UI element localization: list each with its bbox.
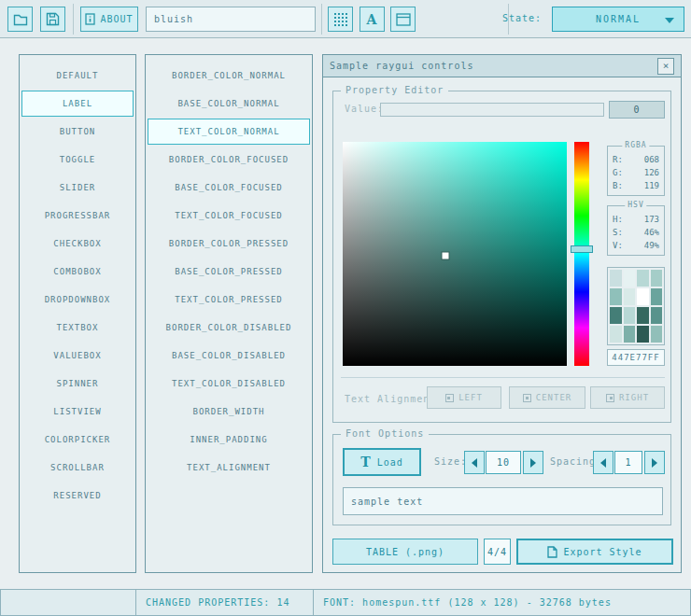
state-label: State: <box>502 13 542 23</box>
open-style-button[interactable] <box>7 7 33 32</box>
list-item-border_color_disabled[interactable]: BORDER_COLOR_DISABLED <box>148 315 310 341</box>
size-decrement-button[interactable] <box>464 451 485 474</box>
list-item-text_color_disabled[interactable]: TEXT_COLOR_DISABLED <box>148 371 310 397</box>
h-value: 173 <box>644 213 659 226</box>
value-box-text: 0 <box>633 105 640 115</box>
status-cell-empty <box>0 589 136 616</box>
list-item-combobox[interactable]: COMBOBOX <box>21 259 134 285</box>
font-options-group-label: Font Options <box>341 428 429 439</box>
list-item-base_color_disabled[interactable]: BASE_COLOR_DISABLED <box>148 343 310 369</box>
list-item-text_color_focused[interactable]: TEXT_COLOR_FOCUSED <box>148 203 310 229</box>
list-item-border_color_focused[interactable]: BORDER_COLOR_FOCUSED <box>148 147 310 173</box>
list-item-border_width[interactable]: BORDER_WIDTH <box>148 399 310 425</box>
about-button[interactable]: ABOUT <box>80 7 138 32</box>
close-icon[interactable]: × <box>657 58 674 75</box>
list-item-scrollbar[interactable]: SCROLLBAR <box>21 455 134 481</box>
hex-value-box[interactable]: 447E77FF <box>607 349 665 366</box>
list-item-border_color_pressed[interactable]: BORDER_COLOR_PRESSED <box>148 231 310 257</box>
color-swatch[interactable] <box>624 307 636 324</box>
color-swatch[interactable] <box>624 270 636 287</box>
color-swatch[interactable] <box>610 326 622 343</box>
list-item-label[interactable]: LABEL <box>21 91 134 117</box>
hue-bar[interactable] <box>574 142 589 366</box>
size-value-box[interactable]: 10 <box>486 451 521 474</box>
rgba-red-row: R: 068 <box>608 153 664 166</box>
list-item-base_color_normal[interactable]: BASE_COLOR_NORMAL <box>148 91 310 117</box>
s-label: S: <box>613 226 623 239</box>
style-window-button[interactable] <box>390 7 416 32</box>
list-item-dropdownbox[interactable]: DROPDOWNBOX <box>21 287 134 313</box>
list-item-valuebox[interactable]: VALUEBOX <box>21 343 134 369</box>
color-swatch[interactable] <box>651 270 663 287</box>
save-style-button[interactable] <box>40 7 65 32</box>
list-item-base_color_focused[interactable]: BASE_COLOR_FOCUSED <box>148 175 310 201</box>
color-gradient[interactable] <box>343 142 567 366</box>
rgba-panel: RGBA R: 068 G: 126 B: 119 <box>607 146 665 196</box>
spacing-value-box[interactable]: 1 <box>614 451 642 474</box>
rguistyler-app: ABOUT A State: NORMAL <box>0 0 691 616</box>
list-item-base_color_pressed[interactable]: BASE_COLOR_PRESSED <box>148 259 310 285</box>
style-table-button[interactable] <box>328 7 353 32</box>
align-left-button[interactable]: LEFT <box>427 386 501 409</box>
align-center-button[interactable]: CENTER <box>509 386 585 409</box>
color-swatch[interactable] <box>637 288 649 305</box>
list-item-text_color_pressed[interactable]: TEXT_COLOR_PRESSED <box>148 287 310 313</box>
size-increment-button[interactable] <box>523 451 543 474</box>
font-load-button[interactable]: T Load <box>343 448 421 476</box>
hue-slider-handle[interactable] <box>571 245 593 253</box>
spacing-decrement-button[interactable] <box>593 451 613 474</box>
v-value: 49% <box>644 239 659 252</box>
list-item-slider[interactable]: SLIDER <box>21 175 134 201</box>
color-swatch[interactable] <box>610 307 622 324</box>
chevron-left-icon <box>600 458 606 468</box>
list-item-border_color_normal[interactable]: BORDER_COLOR_NORMAL <box>148 63 310 89</box>
list-item-reserved[interactable]: RESERVED <box>21 483 134 509</box>
color-swatch[interactable] <box>610 270 622 287</box>
color-swatch[interactable] <box>624 326 636 343</box>
hsv-sat-row: S: 46% <box>608 226 664 239</box>
spacing-increment-button[interactable] <box>644 451 665 474</box>
align-center-icon <box>523 394 531 402</box>
align-center-label: CENTER <box>536 393 572 402</box>
color-swatch[interactable] <box>637 270 649 287</box>
list-item-button[interactable]: BUTTON <box>21 119 134 145</box>
list-item-text_color_normal[interactable]: TEXT_COLOR_NORMAL <box>148 119 310 145</box>
font-atlas-button[interactable]: A <box>360 7 385 32</box>
align-right-button[interactable]: RIGHT <box>590 386 665 409</box>
list-item-spinner[interactable]: SPINNER <box>21 371 134 397</box>
color-swatch[interactable] <box>610 288 622 305</box>
list-item-toggle[interactable]: TOGGLE <box>21 147 134 173</box>
list-item-progressbar[interactable]: PROGRESSBAR <box>21 203 134 229</box>
export-style-button[interactable]: Export Style <box>516 539 673 565</box>
align-right-label: RIGHT <box>619 393 649 402</box>
toolbar-separator <box>321 4 322 35</box>
window-titlebar[interactable]: Sample raygui controls × <box>323 55 681 77</box>
state-dropdown[interactable]: NORMAL <box>552 7 684 32</box>
color-swatch[interactable] <box>637 307 649 324</box>
color-swatch[interactable] <box>651 288 663 305</box>
color-swatch[interactable] <box>651 326 663 343</box>
toolbar-separator <box>73 4 74 35</box>
list-item-checkbox[interactable]: CHECKBOX <box>21 231 134 257</box>
value-box[interactable]: 0 <box>609 101 665 119</box>
r-label: R: <box>613 153 623 166</box>
color-swatch[interactable] <box>624 288 636 305</box>
export-counter-box[interactable]: 4/4 <box>484 539 511 565</box>
sample-text-input[interactable] <box>343 487 663 515</box>
list-item-text_alignment[interactable]: TEXT_ALIGNMENT <box>148 455 310 481</box>
list-item-listview[interactable]: LISTVIEW <box>21 399 134 425</box>
table-png-button[interactable]: TABLE (.png) <box>332 539 478 565</box>
color-cursor[interactable] <box>443 253 449 259</box>
color-swatch[interactable] <box>637 326 649 343</box>
list-item-inner_padding[interactable]: INNER_PADDING <box>148 427 310 453</box>
list-item-textbox[interactable]: TEXTBOX <box>21 315 134 341</box>
list-item-default[interactable]: DEFAULT <box>21 63 134 89</box>
list-item-colorpicker[interactable]: COLORPICKER <box>21 427 134 453</box>
style-name-input[interactable] <box>146 7 316 32</box>
color-swatch[interactable] <box>651 307 663 324</box>
window-title: Sample raygui controls <box>330 61 473 71</box>
value-slider[interactable] <box>380 103 604 117</box>
toolbar: ABOUT A State: NORMAL <box>0 0 691 38</box>
export-counter: 4/4 <box>487 547 507 557</box>
v-label: V: <box>613 239 623 252</box>
